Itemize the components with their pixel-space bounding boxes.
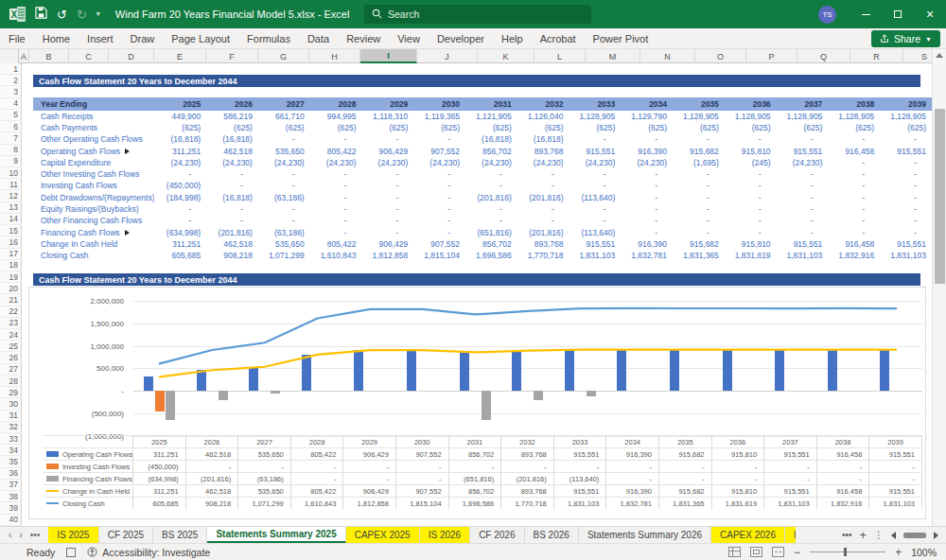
row-number-21[interactable]: 21 bbox=[0, 294, 22, 306]
table-cell[interactable]: (24,230) bbox=[621, 157, 673, 168]
ribbon-tab-home[interactable]: Home bbox=[34, 28, 79, 49]
page-layout-view-icon[interactable] bbox=[750, 547, 762, 557]
year-header-cell-2039[interactable]: 2039 bbox=[880, 97, 932, 111]
table-cell[interactable]: - bbox=[465, 215, 517, 226]
year-header-cell-2035[interactable]: 2035 bbox=[673, 97, 725, 111]
table-cell[interactable]: - bbox=[777, 133, 829, 145]
table-cell[interactable]: 1,118,310 bbox=[361, 111, 413, 122]
table-cell[interactable]: - bbox=[673, 180, 725, 191]
table-cell[interactable]: - bbox=[361, 203, 413, 215]
table-cell[interactable]: 915,682 bbox=[673, 145, 725, 156]
table-cell[interactable]: - bbox=[258, 203, 310, 215]
row-number-13[interactable]: 13 bbox=[0, 202, 22, 214]
table-cell[interactable]: 1,121,905 bbox=[465, 111, 517, 122]
table-cell[interactable]: - bbox=[621, 226, 673, 237]
accessibility-status[interactable]: Accessibility: Investigate bbox=[87, 547, 210, 558]
table-cell[interactable]: (201,816) bbox=[465, 192, 517, 203]
table-cell[interactable]: - bbox=[828, 226, 880, 237]
table-cell[interactable]: (113,640) bbox=[569, 192, 622, 203]
row-label-cell[interactable]: Other Financing Cash Flows bbox=[33, 215, 154, 226]
table-cell[interactable]: (24,230) bbox=[310, 157, 362, 168]
table-cell[interactable]: - bbox=[673, 133, 725, 145]
macro-record-icon[interactable] bbox=[66, 548, 76, 557]
table-cell[interactable]: - bbox=[517, 215, 569, 226]
table-cell[interactable]: 462,518 bbox=[206, 238, 258, 250]
avatar[interactable]: TS bbox=[818, 6, 836, 24]
table-cell[interactable]: (24,230) bbox=[361, 157, 413, 168]
table-cell[interactable]: 1,119,365 bbox=[413, 111, 465, 122]
vertical-scrollbar[interactable] bbox=[932, 49, 946, 526]
year-ending-header-cell[interactable]: Year Ending bbox=[33, 97, 154, 111]
table-cell[interactable]: - bbox=[310, 168, 362, 180]
sheet-tab-is-2026[interactable]: IS 2026 bbox=[420, 527, 470, 543]
table-cell[interactable]: - bbox=[413, 133, 465, 145]
tab-scroll-left-icon[interactable]: ‹ bbox=[6, 530, 14, 540]
table-cell[interactable]: 586,219 bbox=[206, 111, 258, 122]
table-cell[interactable]: - bbox=[777, 168, 829, 180]
row-label-cell[interactable]: Equity Raisings/(Buybacks) bbox=[33, 203, 154, 215]
table-cell[interactable]: 907,552 bbox=[413, 238, 465, 250]
save-icon[interactable] bbox=[35, 6, 47, 23]
table-cell[interactable]: 856,702 bbox=[465, 145, 517, 156]
year-header-cell-2036[interactable]: 2036 bbox=[725, 97, 777, 111]
column-header-f[interactable]: F bbox=[206, 49, 258, 63]
table-cell[interactable]: - bbox=[310, 203, 362, 215]
table-cell[interactable]: - bbox=[154, 168, 206, 180]
table-cell[interactable]: - bbox=[569, 203, 622, 215]
row-number-29[interactable]: 29 bbox=[0, 387, 22, 398]
table-cell[interactable]: 535,650 bbox=[258, 145, 310, 156]
table-cell[interactable]: (16,818) bbox=[517, 133, 569, 145]
table-cell[interactable]: 1,696,586 bbox=[465, 250, 517, 261]
table-cell[interactable]: - bbox=[206, 180, 258, 191]
row-number-36[interactable]: 36 bbox=[0, 468, 22, 480]
table-cell[interactable]: 1,812,858 bbox=[361, 250, 413, 261]
ribbon-tab-review[interactable]: Review bbox=[338, 28, 389, 49]
column-header-b[interactable]: B bbox=[29, 49, 69, 63]
zoom-in-icon[interactable]: + bbox=[895, 546, 902, 559]
sheet-tab-cf-2026[interactable]: CF 2026 bbox=[470, 527, 524, 543]
column-header-j[interactable]: J bbox=[417, 49, 478, 63]
table-cell[interactable]: - bbox=[777, 203, 829, 215]
share-button[interactable]: Share ▼ bbox=[871, 30, 940, 47]
table-cell[interactable]: - bbox=[361, 180, 413, 191]
cash-flow-chart[interactable]: 2,000,0001,500,0001,000,000500,000-(500,… bbox=[28, 287, 926, 519]
table-cell[interactable]: - bbox=[310, 133, 362, 145]
table-cell[interactable]: 1,832,916 bbox=[828, 250, 880, 261]
table-cell[interactable]: 1,128,905 bbox=[725, 111, 777, 122]
table-cell[interactable]: - bbox=[413, 192, 465, 203]
table-cell[interactable]: (201,816) bbox=[517, 192, 569, 203]
row-number-34[interactable]: 34 bbox=[0, 445, 22, 456]
table-cell[interactable]: 994,995 bbox=[310, 111, 362, 122]
row-number-16[interactable]: 16 bbox=[0, 236, 22, 248]
table-cell[interactable]: (634,998) bbox=[154, 226, 206, 237]
table-cell[interactable]: (24,230) bbox=[777, 157, 829, 168]
table-cell[interactable]: (201,816) bbox=[517, 226, 569, 237]
scroll-up-icon[interactable] bbox=[936, 53, 943, 58]
table-cell[interactable]: (184,998) bbox=[154, 192, 206, 203]
year-header-cell-2032[interactable]: 2032 bbox=[517, 97, 569, 111]
table-cell[interactable]: - bbox=[828, 157, 880, 168]
table-cell[interactable]: 915,810 bbox=[725, 145, 777, 156]
table-cell[interactable]: - bbox=[517, 180, 569, 191]
table-cell[interactable]: - bbox=[828, 133, 880, 145]
table-cell[interactable]: 311,251 bbox=[154, 145, 206, 156]
zoom-level[interactable]: 100% bbox=[911, 547, 937, 558]
year-header-cell-2031[interactable]: 2031 bbox=[465, 97, 517, 111]
table-cell[interactable]: - bbox=[880, 203, 932, 215]
zoom-slider[interactable] bbox=[810, 551, 885, 552]
tab-more-right-icon[interactable]: ••• bbox=[842, 530, 852, 540]
row-label-cell[interactable]: Cash Receipts bbox=[33, 111, 154, 122]
table-cell[interactable]: 805,422 bbox=[310, 238, 362, 250]
tab-more-left-icon[interactable]: ••• bbox=[27, 530, 44, 540]
table-cell[interactable]: (625) bbox=[777, 122, 829, 133]
row-number-35[interactable]: 35 bbox=[0, 456, 22, 467]
table-cell[interactable]: - bbox=[777, 192, 829, 203]
table-cell[interactable]: 605,685 bbox=[154, 250, 206, 261]
ribbon-tab-data[interactable]: Data bbox=[299, 28, 338, 49]
table-cell[interactable]: 916,390 bbox=[621, 238, 673, 250]
ribbon-tab-page-layout[interactable]: Page Layout bbox=[163, 28, 238, 49]
ribbon-tab-formulas[interactable]: Formulas bbox=[238, 28, 299, 49]
table-cell[interactable]: (625) bbox=[725, 122, 777, 133]
page-break-view-icon[interactable] bbox=[772, 547, 784, 557]
table-cell[interactable]: - bbox=[206, 168, 258, 180]
